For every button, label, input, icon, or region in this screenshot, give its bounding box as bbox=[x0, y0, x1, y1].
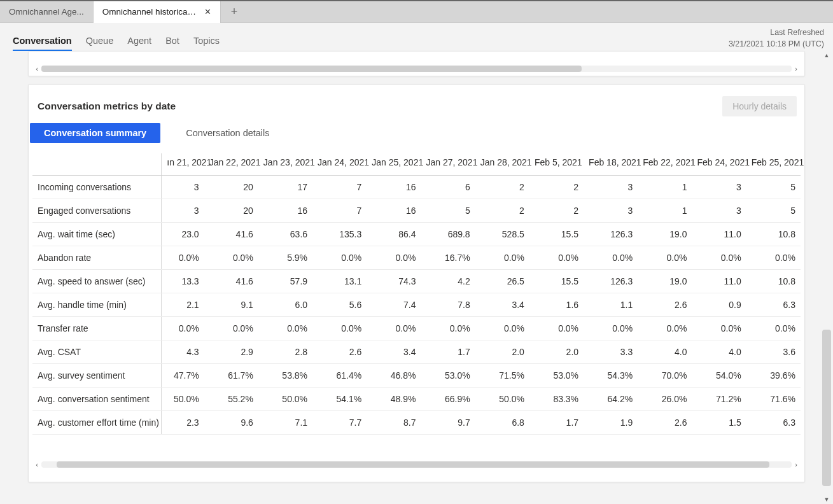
scroll-left-icon[interactable]: ‹ bbox=[32, 65, 41, 73]
metric-value-cell: 0.0% bbox=[421, 317, 475, 340]
metric-value-cell: 5 bbox=[421, 199, 475, 223]
metric-value-cell: 7 bbox=[312, 199, 367, 223]
metric-value-cell: 528.5 bbox=[475, 223, 529, 246]
metric-name-cell: Avg. handle time (min) bbox=[32, 293, 162, 317]
add-tab-button[interactable]: + bbox=[221, 1, 248, 23]
metric-value-cell: 2 bbox=[529, 176, 584, 199]
metric-value-cell: 5.6 bbox=[312, 293, 367, 317]
metric-value-cell: 15.5 bbox=[529, 223, 584, 246]
metric-value-cell: 26.0% bbox=[638, 388, 692, 411]
segment-conversation-summary[interactable]: Conversation summary bbox=[30, 123, 160, 143]
metric-value-cell: 0.0% bbox=[746, 317, 801, 340]
metric-value-cell: 4.2 bbox=[421, 270, 475, 293]
metric-name-cell: Avg. wait time (sec) bbox=[32, 223, 162, 246]
tab-omnichannel-agent[interactable]: Omnichannel Age... bbox=[0, 1, 94, 23]
date-col-header: ın 21, 2021 bbox=[162, 153, 204, 176]
metric-value-cell: 0.0% bbox=[367, 317, 421, 340]
metric-value-cell: 16 bbox=[258, 199, 312, 223]
table-row: Avg. survey sentiment47.7%61.7%53.8%61.4… bbox=[32, 364, 801, 388]
table-row: Avg. speed to answer (sec)13.341.657.913… bbox=[32, 270, 801, 293]
scroll-left-icon[interactable]: ‹ bbox=[32, 461, 41, 468]
metric-value-cell: 0.9 bbox=[692, 293, 746, 317]
metrics-table-wrap: ın 21, 2021 Jan 22, 2021 Jan 23, 2021 Ja… bbox=[32, 153, 801, 435]
metric-value-cell: 61.4% bbox=[312, 364, 367, 388]
table-row: Engaged conversations320167165223135 bbox=[32, 199, 801, 223]
last-refreshed-value: 3/21/2021 10:18 PM (UTC) bbox=[729, 39, 824, 50]
table-hscrollbar[interactable]: ‹ › bbox=[32, 460, 801, 469]
table-row: Transfer rate0.0%0.0%0.0%0.0%0.0%0.0%0.0… bbox=[32, 317, 801, 340]
metric-value-cell: 4.3 bbox=[162, 340, 204, 364]
metric-value-cell: 83.3% bbox=[529, 388, 584, 411]
table-row: Avg. conversation sentiment50.0%55.2%50.… bbox=[32, 388, 801, 411]
metric-value-cell: 39.6% bbox=[746, 364, 801, 388]
metric-value-cell: 126.3 bbox=[584, 223, 638, 246]
subtab-agent[interactable]: Agent bbox=[127, 32, 151, 51]
metric-value-cell: 7.4 bbox=[367, 293, 421, 317]
date-col-header: Feb 5, 2021 bbox=[529, 153, 584, 176]
upper-scroll-track[interactable] bbox=[41, 66, 792, 72]
date-col-header: Feb 25, 2021 bbox=[746, 153, 801, 176]
metric-value-cell: 6 bbox=[421, 176, 475, 199]
metric-value-cell: 8.7 bbox=[367, 411, 421, 435]
metric-value-cell: 50.0% bbox=[258, 388, 312, 411]
metric-value-cell: 1.6 bbox=[529, 293, 584, 317]
metric-value-cell: 2.3 bbox=[162, 411, 204, 435]
date-col-header: Feb 24, 2021 bbox=[692, 153, 746, 176]
metric-value-cell: 23.0 bbox=[162, 223, 204, 246]
scroll-up-icon[interactable]: ▲ bbox=[824, 51, 830, 60]
content-area: ‹ › Conversation metrics by date Hourly … bbox=[0, 51, 833, 504]
upper-hscrollbar[interactable]: ‹ › bbox=[32, 64, 801, 73]
hourly-details-button[interactable]: Hourly details bbox=[722, 96, 797, 116]
tab-label: Omnichannel historical an... bbox=[102, 7, 198, 17]
scroll-right-icon[interactable]: › bbox=[792, 461, 801, 468]
metric-value-cell: 41.6 bbox=[204, 223, 258, 246]
report-subtabs: Conversation Queue Agent Bot Topics bbox=[13, 32, 220, 51]
metric-value-cell: 0.0% bbox=[367, 246, 421, 270]
card-title: Conversation metrics by date bbox=[36, 101, 176, 112]
metric-value-cell: 2 bbox=[475, 176, 529, 199]
vscroll-thumb[interactable] bbox=[822, 330, 831, 486]
table-scroll-track[interactable] bbox=[41, 461, 792, 468]
metric-value-cell: 10.8 bbox=[746, 223, 801, 246]
metric-value-cell: 66.9% bbox=[421, 388, 475, 411]
metric-value-cell: 0.0% bbox=[692, 317, 746, 340]
metric-value-cell: 19.0 bbox=[638, 270, 692, 293]
metric-name-cell: Abandon rate bbox=[32, 246, 162, 270]
metric-value-cell: 7 bbox=[312, 176, 367, 199]
tab-omnichannel-historical[interactable]: Omnichannel historical an... ✕ bbox=[94, 1, 221, 23]
table-row: Avg. CSAT4.32.92.82.63.41.72.02.03.34.04… bbox=[32, 340, 801, 364]
metric-name-cell: Avg. conversation sentiment bbox=[32, 388, 162, 411]
metric-value-cell: 1.7 bbox=[421, 340, 475, 364]
metric-value-cell: 46.8% bbox=[367, 364, 421, 388]
metric-value-cell: 7.7 bbox=[312, 411, 367, 435]
metric-value-cell: 13.1 bbox=[312, 270, 367, 293]
metric-value-cell: 689.8 bbox=[421, 223, 475, 246]
metric-value-cell: 11.0 bbox=[692, 223, 746, 246]
metric-value-cell: 3 bbox=[162, 199, 204, 223]
metric-value-cell: 0.0% bbox=[638, 317, 692, 340]
scroll-right-icon[interactable]: › bbox=[792, 65, 801, 73]
table-scroll-thumb[interactable] bbox=[57, 461, 769, 468]
metric-value-cell: 2.6 bbox=[638, 293, 692, 317]
metric-name-cell: Incoming conversations bbox=[32, 176, 162, 199]
scroll-down-icon[interactable]: ▼ bbox=[824, 495, 830, 504]
close-icon[interactable]: ✕ bbox=[204, 7, 211, 17]
vscroll-track[interactable] bbox=[822, 60, 831, 495]
metric-value-cell: 71.2% bbox=[692, 388, 746, 411]
subtab-queue[interactable]: Queue bbox=[86, 32, 114, 51]
metric-value-cell: 2.0 bbox=[529, 340, 584, 364]
metric-value-cell: 50.0% bbox=[162, 388, 204, 411]
metric-value-cell: 135.3 bbox=[312, 223, 367, 246]
subtab-conversation[interactable]: Conversation bbox=[13, 32, 72, 51]
upper-scroll-thumb[interactable] bbox=[41, 66, 582, 72]
metric-value-cell: 3 bbox=[692, 176, 746, 199]
subtab-topics[interactable]: Topics bbox=[193, 32, 220, 51]
page-vscrollbar[interactable]: ▲ ▼ bbox=[822, 51, 832, 504]
metric-value-cell: 0.0% bbox=[746, 246, 801, 270]
metric-value-cell: 2 bbox=[529, 199, 584, 223]
metric-value-cell: 41.6 bbox=[204, 270, 258, 293]
segment-conversation-details[interactable]: Conversation details bbox=[172, 123, 283, 143]
metric-value-cell: 54.0% bbox=[692, 364, 746, 388]
report-subbar: Conversation Queue Agent Bot Topics Last… bbox=[0, 23, 833, 51]
subtab-bot[interactable]: Bot bbox=[165, 32, 179, 51]
